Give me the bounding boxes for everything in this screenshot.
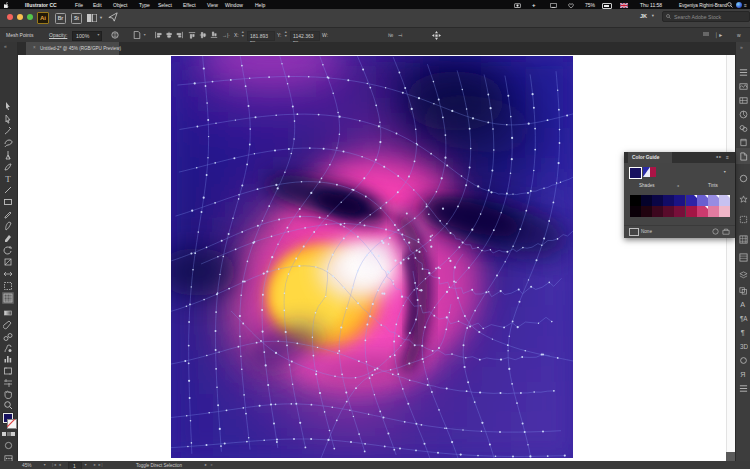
- svg-text:3D: 3D: [740, 343, 748, 350]
- svg-text:¶: ¶: [741, 328, 745, 337]
- svg-text:A: A: [740, 300, 745, 309]
- svg-text:¶A: ¶A: [740, 315, 748, 322]
- svg-text:Я: Я: [740, 370, 745, 379]
- svg-text:T: T: [5, 174, 11, 184]
